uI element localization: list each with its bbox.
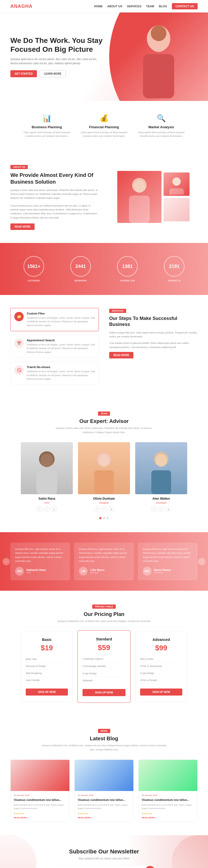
svg-rect-17	[151, 470, 171, 494]
team-cards: Salim Rana CEO f t g Olivia Dunham Desig…	[10, 442, 198, 512]
team-dot-1[interactable]	[99, 517, 101, 519]
blog-readmore-1[interactable]: READ MORE >	[14, 816, 66, 819]
blog-readmore-2[interactable]: READ MORE >	[78, 816, 130, 819]
steps-desc-2: Cras sodales lorem ut placerat porttitor…	[109, 341, 198, 349]
blog-title: Latest Blog	[10, 736, 198, 742]
about-small-image-2	[164, 198, 189, 221]
get-started-button[interactable]: GET STARTED	[10, 70, 37, 77]
svg-point-16	[155, 454, 167, 467]
hero-section: We Do The Work. You Stay Focused On Big …	[0, 12, 208, 101]
feature-title-2: Financial Planning	[80, 125, 128, 129]
hero-content: We Do The Work. You Stay Focused On Big …	[10, 36, 104, 77]
newsletter-title: Subscribe Our Newsletter	[10, 848, 198, 855]
plan-btn-basic[interactable]: SIGN UP NOW	[26, 688, 68, 695]
blog-readmore-3[interactable]: READ MORE >	[142, 816, 194, 819]
step-icon-3: 🚫	[14, 366, 24, 375]
nav-services[interactable]: SERVICES	[127, 5, 141, 8]
team-dot-2[interactable]	[103, 517, 105, 519]
author-title-2: Manager	[90, 571, 104, 574]
twitter-icon-2[interactable]: t	[101, 506, 107, 512]
plan-btn-advanced[interactable]: SIGN UP NOW	[140, 688, 182, 695]
stat-number-4: 2191	[169, 264, 179, 269]
step-desc-2: Vestibulum et arcu vel feugiat. Lorem, D…	[27, 343, 95, 354]
blog-image-3	[139, 760, 197, 791]
about-desc-1: Quisque a lorem vitae ante donec sceleri…	[10, 188, 99, 200]
facebook-icon-1[interactable]: f	[37, 506, 42, 512]
step-content-2: Appointment Search Vestibulum et arcu ve…	[27, 339, 95, 354]
twitter-icon-1[interactable]: t	[44, 506, 50, 512]
svg-point-3	[151, 26, 166, 41]
pricing-card-basic: Basic $19 Basic Sets Structure of Design…	[21, 631, 73, 702]
nav-logo: ANAGHA	[10, 4, 33, 9]
steps-title: Our Steps To Make Successful Business	[109, 315, 198, 328]
testimonial-card-2: Quisque felis arcu, eget semper auctor e…	[74, 542, 134, 580]
team-tag: Team	[98, 411, 110, 416]
plan-price-standard: $59	[82, 644, 125, 652]
step-item-1[interactable]: 📁 Custom Files Vestibulum et arcu vel fe…	[10, 308, 99, 331]
steps-tag: Services	[109, 309, 126, 313]
nav-about[interactable]: ABOUT US	[107, 5, 122, 8]
steps-read-more-button[interactable]: READ MORE	[109, 352, 133, 359]
team-card-3: Alen Walker Developer f t g	[135, 442, 187, 512]
google-icon-1[interactable]: g	[51, 506, 57, 512]
team-dot-3[interactable]	[107, 517, 109, 519]
plan-btn-standard[interactable]: SIGN UP NOW	[82, 689, 125, 696]
blog-body-1: 29 January 2020 Vivamus condimentum nisi…	[11, 791, 69, 822]
blog-card-1: 29 January 2020 Vivamus condimentum nisi…	[10, 760, 70, 822]
testimonial-next-button[interactable]: ›	[198, 558, 205, 565]
plan-feature-advanced-2: HTML or Responsive	[140, 663, 182, 670]
feature-market-analysis: 🔍 Market Analysis Class aptent taciti so…	[138, 114, 184, 138]
steps-content: Services Our Steps To Make Successful Bu…	[109, 308, 198, 385]
business-planning-icon: 📊	[24, 114, 70, 123]
testimonial-prev-button[interactable]: ‹	[3, 558, 10, 565]
pricing-title: Our Pricing Plan	[10, 611, 198, 617]
blog-image-1	[11, 760, 69, 791]
nav-contact-btn[interactable]: CONTACT US	[172, 3, 198, 9]
plan-feature-standard-3: 5 App Design	[82, 670, 125, 677]
nav-team[interactable]: TEAM	[146, 5, 154, 8]
blog-stars-3: ★★★★★	[142, 812, 194, 815]
blog-date-2: 29 January 2020	[78, 794, 130, 797]
step-title-1: Custom Files	[27, 312, 95, 315]
step-item-2[interactable]: 📅 Appointment Search Vestibulum et arcu …	[10, 335, 99, 358]
blog-desc-2: Etiam tincidunt lacus at nisl finaret an…	[78, 804, 130, 810]
plan-feature-advanced-1: PRD to PRN	[140, 656, 182, 663]
newsletter-email-input[interactable]	[52, 865, 144, 868]
hero-image	[109, 12, 208, 101]
plan-feature-basic-4: User Friendly	[26, 677, 68, 684]
feature-title-1: Business Planning	[24, 125, 70, 129]
svg-point-13	[98, 454, 110, 467]
feature-business-planning: 📊 Business Planning Class aptent taciti …	[24, 114, 70, 138]
about-image	[109, 171, 198, 223]
stat-number-2: 2441	[75, 264, 86, 269]
learn-more-button[interactable]: LEARN MORE	[39, 70, 66, 77]
stat-projects: 2191 Projects	[151, 256, 198, 282]
testimonial-text-1: Quisque felis arcu, eget semper auctor e…	[15, 547, 65, 563]
feature-title-3: Market Analysis	[138, 125, 184, 129]
facebook-icon-3[interactable]: f	[151, 506, 157, 512]
author-avatar-2: LM	[79, 567, 88, 576]
stat-circle-1: 1561+	[24, 256, 44, 277]
twitter-icon-3[interactable]: t	[158, 506, 164, 512]
nav-home[interactable]: HOME	[94, 5, 103, 8]
newsletter-subtitle: Stay updated with our latest news and of…	[10, 857, 198, 860]
feature-desc-3: Class aptent taciti sociosqu ad litora t…	[138, 131, 184, 138]
plan-feature-advanced-4: HTML or Drupal	[140, 677, 182, 684]
hero-description: Quisque aptet lacus nec arctins plasm. A…	[10, 57, 104, 66]
pricing-card-standard: Standard $59 2 Websites Options 5 Homepa…	[77, 630, 131, 703]
about-read-more-button[interactable]: READ MORE	[10, 223, 35, 230]
google-icon-2[interactable]: g	[108, 506, 114, 512]
author-avatar-3: BO	[143, 567, 151, 576]
testimonial-card-3: Quisque felis arcu, eget semper auctor e…	[138, 542, 198, 580]
step-content-3: Traeck No-shows Vestibulum et arcu vel f…	[27, 366, 95, 381]
google-icon-3[interactable]: g	[166, 506, 171, 512]
nav-blog[interactable]: BLOG	[159, 5, 167, 8]
step-title-2: Appointment Search	[27, 339, 95, 342]
step-item-3[interactable]: 🚫 Traeck No-shows Vestibulum et arcu vel…	[10, 362, 99, 385]
testimonial-text-3: Quisque felis arcu, eget semper auctor e…	[143, 547, 193, 563]
blog-post-title-3: Vivamus condimentum nisi tellus...	[142, 798, 194, 802]
pricing-subtitle: Quisque et bibendum orci, at finibus sem…	[52, 619, 156, 623]
facebook-icon-2[interactable]: f	[94, 506, 100, 512]
newsletter-submit-button[interactable]: →	[145, 866, 155, 868]
team-photo-2	[78, 442, 130, 494]
